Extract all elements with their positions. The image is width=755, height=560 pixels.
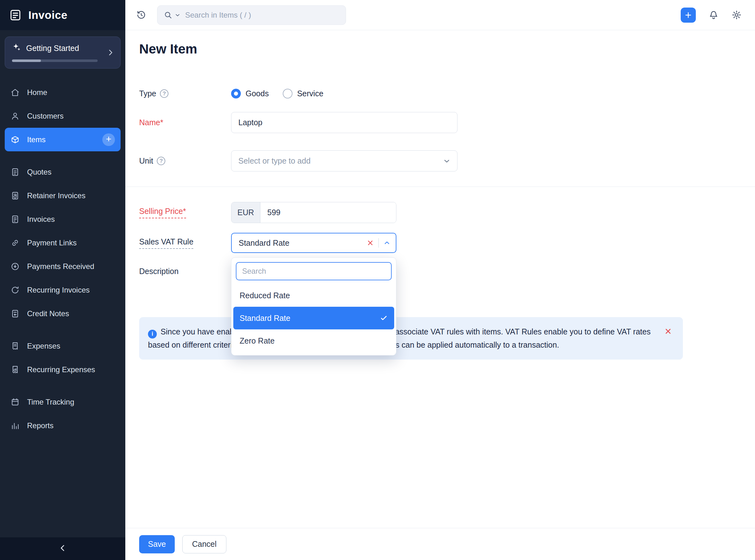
radio-icon[interactable]: [231, 89, 241, 98]
clear-selection-icon[interactable]: [367, 239, 374, 247]
sidebar-item-label: Payment Links: [27, 238, 77, 247]
notifications-bell-icon[interactable]: [709, 10, 719, 20]
radio-label: Goods: [246, 89, 269, 98]
sidebar-item-label: Expenses: [27, 342, 60, 351]
topbar: [125, 0, 755, 30]
vat-option-zero-rate[interactable]: Zero Rate: [233, 329, 394, 352]
customers-icon: [11, 112, 20, 121]
sales-vat-rule-value: Standard Rate: [239, 238, 289, 247]
getting-started-card[interactable]: Getting Started: [5, 37, 121, 68]
save-button[interactable]: Save: [139, 535, 175, 554]
sidebar-item-quotes[interactable]: Quotes: [5, 160, 121, 184]
unit-label: Unit ?: [139, 156, 231, 165]
help-icon[interactable]: ?: [157, 157, 165, 165]
add-new-item-button[interactable]: +: [102, 134, 115, 146]
sales-vat-rule-select[interactable]: Standard Rate: [231, 233, 396, 253]
getting-started-label: Getting Started: [26, 44, 79, 53]
selling-price-row: Selling Price* EUR: [139, 202, 396, 223]
expenses-icon: [11, 341, 20, 351]
reports-icon: [11, 421, 20, 431]
sales-vat-rule-label: Sales VAT Rule: [139, 237, 231, 249]
chevron-up-icon[interactable]: [383, 239, 391, 247]
quick-create-button[interactable]: [681, 7, 696, 23]
check-icon: [380, 314, 388, 322]
app-logo[interactable]: Invoice: [0, 0, 125, 30]
sidebar-item-reports[interactable]: Reports: [5, 414, 121, 437]
sidebar-item-retainer-invoices[interactable]: Retainer Invoices: [5, 184, 121, 207]
sidebar-item-label: Credit Notes: [27, 309, 69, 318]
chevron-left-icon: [58, 544, 67, 554]
radio-icon[interactable]: [283, 89, 292, 98]
recent-history-icon[interactable]: [136, 10, 147, 20]
sidebar-nav-group: Time TrackingReports: [0, 390, 125, 437]
vat-option-label: Reduced Rate: [239, 291, 290, 300]
form-footer: Save Cancel: [125, 528, 755, 560]
info-icon: i: [148, 330, 157, 339]
sidebar-item-label: Reports: [27, 421, 54, 430]
vat-option-reduced-rate[interactable]: Reduced Rate: [233, 284, 394, 307]
sidebar-item-label: Quotes: [27, 168, 51, 177]
sidebar-nav: HomeCustomersItems+QuotesRetainer Invoic…: [0, 73, 125, 537]
type-row: Type ? GoodsService: [139, 89, 337, 98]
type-label: Type ?: [139, 89, 231, 98]
quotes-icon: [11, 167, 20, 177]
cancel-button[interactable]: Cancel: [182, 535, 226, 554]
sidebar-item-label: Items: [27, 135, 46, 144]
sidebar-item-items[interactable]: Items+: [5, 128, 121, 151]
sidebar-item-label: Invoices: [27, 215, 55, 224]
vat-info-text: Since you have enabled VAT for your orga…: [148, 327, 651, 349]
vat-rule-dropdown: Reduced RateStandard RateZero Rate: [231, 257, 396, 356]
sidebar-item-label: Recurring Expenses: [27, 365, 95, 374]
app-window: Invoice Getting Started HomeCustomersIte…: [0, 0, 755, 560]
vat-dropdown-search-input[interactable]: [236, 262, 392, 280]
help-icon[interactable]: ?: [160, 89, 169, 98]
unit-select[interactable]: Select or type to add: [231, 151, 458, 172]
type-radio-group: GoodsService: [231, 89, 337, 98]
chevron-right-icon: [107, 48, 115, 57]
sidebar-item-payments-received[interactable]: Payments Received: [5, 255, 121, 278]
time-tracking-icon: [11, 397, 20, 407]
description-row: Description: [139, 267, 231, 276]
sidebar-item-recurring-invoices[interactable]: Recurring Invoices: [5, 278, 121, 302]
selling-price-field: EUR: [231, 202, 396, 223]
vat-option-standard-rate[interactable]: Standard Rate: [233, 307, 394, 329]
recurring-expenses-icon: [11, 365, 20, 374]
main-area: New Item Type ? GoodsService Name* Unit …: [125, 0, 755, 560]
invoice-logo-icon: [9, 8, 22, 22]
sidebar-item-recurring-expenses[interactable]: Recurring Expenses: [5, 358, 121, 381]
sidebar-item-customers[interactable]: Customers: [5, 104, 121, 128]
chevron-down-icon: [443, 157, 451, 165]
page-content: New Item Type ? GoodsService Name* Unit …: [125, 30, 755, 560]
sidebar-item-home[interactable]: Home: [5, 81, 121, 104]
banner-close-icon[interactable]: [664, 327, 672, 335]
search-icon[interactable]: [164, 11, 173, 20]
sidebar-item-label: Recurring Invoices: [27, 286, 90, 295]
settings-gear-icon[interactable]: [731, 10, 742, 20]
vat-dropdown-list: Reduced RateStandard RateZero Rate: [231, 284, 396, 352]
getting-started-progress: [12, 59, 98, 62]
radio-label: Service: [297, 89, 323, 98]
credit-notes-icon: [11, 309, 20, 318]
sales-vat-rule-row: Sales VAT Rule Standard Rate: [139, 233, 396, 253]
sidebar-item-time-tracking[interactable]: Time Tracking: [5, 390, 121, 414]
sidebar-nav-group: HomeCustomersItems+: [0, 81, 125, 151]
name-input[interactable]: [231, 112, 458, 133]
search-scope-chevron-icon[interactable]: [174, 12, 181, 18]
sidebar-item-credit-notes[interactable]: Credit Notes: [5, 302, 121, 325]
sidebar-item-expenses[interactable]: Expenses: [5, 334, 121, 358]
sidebar-item-payment-links[interactable]: Payment Links: [5, 231, 121, 255]
global-search[interactable]: [157, 5, 346, 25]
sidebar-collapse-button[interactable]: [0, 537, 125, 560]
sidebar-item-label: Time Tracking: [27, 398, 74, 406]
sidebar-item-label: Customers: [27, 112, 64, 120]
name-label: Name*: [139, 118, 231, 127]
items-icon: [11, 135, 20, 144]
sidebar-nav-group: ExpensesRecurring Expenses: [0, 334, 125, 381]
type-option-service[interactable]: Service: [283, 89, 323, 98]
search-input[interactable]: [185, 11, 340, 20]
sidebar: Invoice Getting Started HomeCustomersIte…: [0, 0, 125, 560]
unit-row: Unit ? Select or type to add: [139, 151, 458, 172]
type-option-goods[interactable]: Goods: [231, 89, 269, 98]
selling-price-input[interactable]: [260, 202, 396, 223]
sidebar-item-invoices[interactable]: Invoices: [5, 207, 121, 231]
